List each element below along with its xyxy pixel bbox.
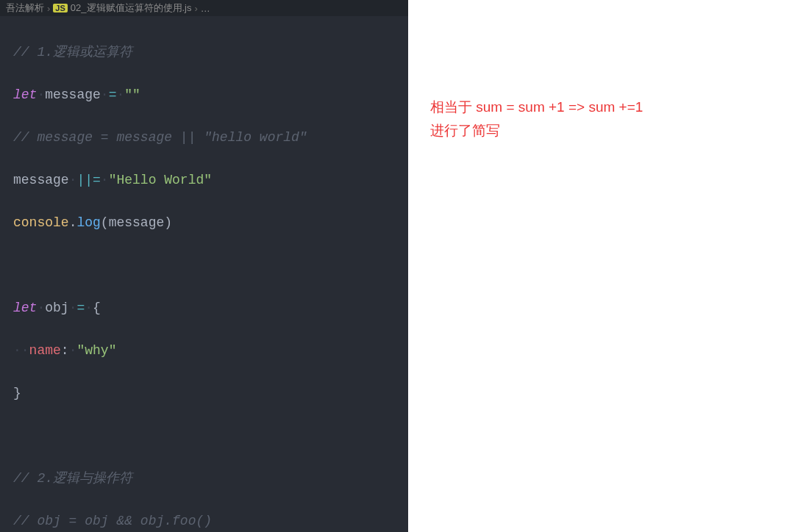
- breadcrumb[interactable]: 吾法解析 › JS 02_逻辑赋值运算符的使用.js › …: [0, 0, 408, 16]
- tok-string: "": [124, 87, 140, 102]
- tok-ident: message: [13, 173, 69, 187]
- tok-keyword: let: [13, 301, 37, 315]
- code-comment: // message = message || "hello world": [13, 130, 307, 145]
- code-comment: // obj = obj && obj.foo(): [13, 514, 212, 528]
- tok-ident: message: [109, 215, 165, 230]
- tok-op: =: [76, 301, 85, 315]
- annotation-pane: 相当于 sum = sum +1 => sum +=1 进行了简写: [408, 0, 806, 532]
- breadcrumb-separator: ›: [195, 3, 198, 14]
- tok-brace: {: [93, 301, 101, 315]
- tok-op: =: [109, 87, 117, 102]
- tok-keyword: let: [13, 87, 37, 102]
- tok-ident: message: [45, 87, 101, 102]
- breadcrumb-tail: …: [201, 3, 210, 14]
- code-comment: // 2.逻辑与操作符: [13, 471, 132, 486]
- annotation-text: 相当于 sum = sum +1 => sum +=1 进行了简写: [430, 96, 806, 143]
- code-editor-pane[interactable]: 吾法解析 › JS 02_逻辑赋值运算符的使用.js › … // 1.逻辑或运…: [0, 0, 408, 532]
- tok-string: "why": [76, 343, 116, 358]
- annotation-line: 相当于 sum = sum +1 => sum +=1: [430, 96, 806, 119]
- tok-ident: obj: [45, 301, 68, 315]
- tok-prop: name: [29, 343, 61, 358]
- tok-func: log: [76, 215, 100, 230]
- code-comment: // 1.逻辑或运算符: [13, 45, 132, 60]
- breadcrumb-separator: ›: [47, 3, 50, 14]
- code-area[interactable]: // 1.逻辑或运算符 let·message·=·"" // message …: [0, 16, 408, 532]
- tok-colon: :: [61, 343, 69, 358]
- js-file-icon: JS: [53, 4, 67, 12]
- annotation-line: 进行了简写: [430, 119, 806, 143]
- tok-brace: }: [13, 386, 21, 400]
- tok-string: "Hello World": [109, 173, 212, 187]
- breadcrumb-segment[interactable]: 吾法解析: [6, 1, 44, 15]
- tok-op: ||=: [76, 173, 100, 187]
- tok-builtin: console: [13, 215, 69, 230]
- breadcrumb-file[interactable]: 02_逻辑赋值运算符的使用.js: [71, 1, 192, 15]
